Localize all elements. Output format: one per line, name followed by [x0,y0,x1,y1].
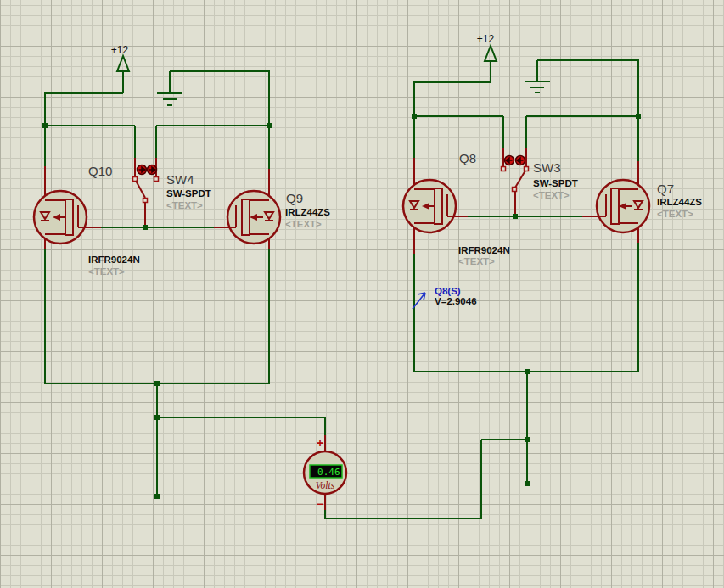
switch-lever [136,181,145,198]
vcc-symbol-left[interactable]: +12 [111,44,129,93]
wire [325,440,481,518]
wire [170,71,269,126]
component-value-label: SW-SPDT [533,178,578,188]
wire [45,249,269,384]
component-text-placeholder: <TEXT> [458,256,495,266]
probe-value: V=2.9046 [435,296,477,306]
component-value-label: IRFR9024N [458,245,510,255]
left-circuit: +12 [34,44,330,499]
voltage-probe[interactable]: Q8(S) V=2.9046 [413,286,477,309]
component-ref-label: SW3 [533,160,561,175]
voltmeter[interactable]: + − -0.46 Volts [304,417,481,518]
wire [45,93,123,126]
switch-lever [515,171,525,188]
junction-dot [154,381,160,386]
component-value-label: IRFR9024N [88,255,140,265]
component-value-label: IRLZ44ZS [657,197,702,207]
component-value-label: IRLZ44ZS [285,207,330,217]
component-text-placeholder: <TEXT> [533,190,570,200]
wire [414,82,491,116]
voltmeter-reading: -0.46 [311,467,340,478]
schematic-svg: +12 [0,0,724,588]
component-ref-label: Q9 [286,191,303,205]
voltmeter-minus-label: − [317,497,323,511]
right-circuit: +12 [403,33,702,486]
wire [414,243,638,372]
switch-terminal [143,199,148,203]
junction-dot [143,225,148,230]
component-text-placeholder: <TEXT> [285,219,322,229]
junction-dot [154,415,160,420]
wire-end-terminal [154,494,160,499]
junction-dot [525,369,530,374]
component-ref-label: Q8 [459,151,476,165]
junction-dot [513,214,518,219]
junction-dot [42,123,48,128]
switch-sw3[interactable]: SW3 SW-SPDT <TEXT> [502,148,578,214]
switch-terminal [154,177,159,182]
mosfet-q7[interactable]: Q7 IRLZ44ZS <TEXT> [582,161,702,243]
component-ref-label: Q7 [657,182,674,196]
wire [157,384,325,417]
power-arrow-icon [117,56,129,71]
component-text-placeholder: <TEXT> [657,209,693,219]
voltmeter-unit-label: Volts [316,480,335,490]
power-arrow-icon [485,46,497,61]
component-text-placeholder: <TEXT> [88,266,125,277]
schematic-canvas: +12 [0,0,724,588]
mosfet-q8[interactable]: Q8 IRFR9024N <TEXT> [403,151,510,266]
junction-dot [636,114,641,119]
component-value-label: SW-SPDT [166,188,211,199]
component-ref-label: Q10 [88,164,112,178]
vcc-label-right: +12 [477,33,495,45]
left-circuit-wires [42,71,325,499]
junction-dot [525,437,530,442]
component-ref-label: SW4 [166,172,194,187]
mosfet-q9[interactable]: Q9 IRLZ44ZS <TEXT> [214,169,330,249]
switch-terminal [513,188,517,192]
vcc-label-left: +12 [111,44,129,56]
ground-symbol-left[interactable] [157,71,182,105]
right-circuit-wires [412,60,641,486]
switch-sw4[interactable]: SW4 SW-SPDT <TEXT> [133,158,211,225]
voltmeter-plus-label: + [317,436,323,450]
wire [537,60,638,116]
vcc-symbol-right[interactable]: +12 [477,33,497,82]
mosfet-q10[interactable]: Q10 IRFR9024N <TEXT> [34,164,140,277]
component-text-placeholder: <TEXT> [166,200,203,210]
junction-dot [267,123,272,128]
junction-dot [412,114,417,119]
ground-symbol-right[interactable] [525,60,550,92]
switch-terminal [502,167,506,171]
wire-end-terminal [525,481,530,486]
probe-label: Q8(S) [435,286,461,296]
